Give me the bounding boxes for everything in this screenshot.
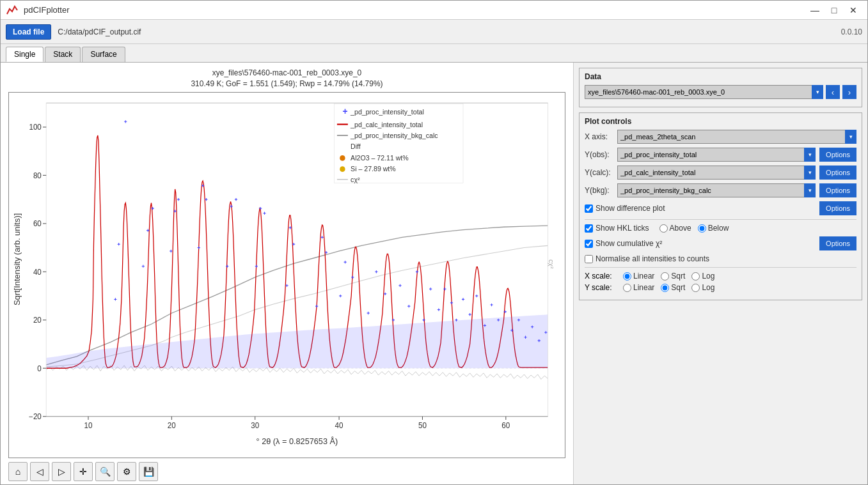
y-bkg-label: Y(bkg): bbox=[585, 186, 613, 195]
data-dropdown-wrapper[interactable]: xye_files\576460-mac-001_reb_0003.xye_0 … bbox=[585, 85, 823, 99]
show-chi2-row: Show cumulative χ² Options bbox=[585, 236, 856, 250]
y-obs-options-button[interactable]: Options bbox=[819, 148, 856, 162]
svg-text:Al2O3 – 72.11 wt%: Al2O3 – 72.11 wt% bbox=[351, 153, 409, 161]
svg-text:60: 60 bbox=[33, 219, 42, 227]
hkl-above-radio[interactable] bbox=[659, 224, 668, 233]
x-axis-row: X axis: _pd_meas_2theta_scan ▾ bbox=[585, 130, 856, 144]
svg-point-221 bbox=[340, 155, 345, 161]
x-axis-dropdown-wrapper[interactable]: _pd_meas_2theta_scan ▾ bbox=[617, 130, 856, 144]
svg-text:100: 100 bbox=[29, 123, 42, 131]
svg-text:° 2θ (λ = 0.8257653 Å): ° 2θ (λ = 0.8257653 Å) bbox=[256, 436, 338, 445]
back-tool-button[interactable]: ◁ bbox=[30, 462, 49, 481]
show-diff-label[interactable]: Show difference plot bbox=[585, 204, 665, 213]
diff-options-button[interactable]: Options bbox=[819, 201, 856, 215]
x-log-radio[interactable] bbox=[691, 272, 700, 281]
svg-text:_pd_calc_intensity_total: _pd_calc_intensity_total bbox=[350, 120, 423, 128]
data-prev-button[interactable]: ‹ bbox=[826, 85, 840, 99]
show-chi2-checkbox[interactable] bbox=[585, 240, 593, 248]
settings-tool-button[interactable]: ⚙ bbox=[117, 462, 136, 481]
show-diff-checkbox[interactable] bbox=[585, 204, 593, 213]
y-sqrt-label[interactable]: Sqrt bbox=[661, 283, 685, 292]
tab-single[interactable]: Single bbox=[6, 47, 43, 62]
app-title: pdCIFplotter bbox=[24, 5, 70, 15]
normalise-label[interactable]: Normalise all intensities to counts bbox=[585, 254, 709, 263]
separator-1 bbox=[585, 219, 856, 220]
svg-rect-0 bbox=[9, 93, 565, 458]
save-tool-button[interactable]: 💾 bbox=[139, 462, 158, 481]
zoom-tool-button[interactable]: 🔍 bbox=[95, 462, 114, 481]
x-sqrt-radio[interactable] bbox=[661, 272, 669, 281]
title-bar: pdCIFplotter — □ ✕ bbox=[1, 1, 867, 20]
y-log-radio[interactable] bbox=[691, 284, 700, 292]
y-scale-row: Y scale: Linear Sqrt Log bbox=[585, 283, 856, 292]
chi2-options-button[interactable]: Options bbox=[819, 236, 856, 250]
svg-text:20: 20 bbox=[33, 316, 42, 324]
data-select-row: xye_files\576460-mac-001_reb_0003.xye_0 … bbox=[585, 85, 856, 99]
title-bar-left: pdCIFplotter bbox=[6, 4, 70, 17]
normalise-row: Normalise all intensities to counts bbox=[585, 254, 856, 263]
x-scale-row: X scale: Linear Sqrt Log bbox=[585, 272, 856, 281]
svg-text:10: 10 bbox=[84, 421, 93, 429]
svg-text:20: 20 bbox=[168, 421, 176, 429]
hkl-below-radio[interactable] bbox=[698, 224, 706, 233]
maximize-button[interactable]: □ bbox=[825, 1, 843, 19]
minimize-button[interactable]: — bbox=[806, 1, 824, 19]
y-bkg-dropdown[interactable]: _pd_proc_intensity_bkg_calc bbox=[617, 183, 816, 197]
y-calc-row: Y(calc): _pd_calc_intensity_total ▾ Opti… bbox=[585, 166, 856, 180]
show-hkl-label[interactable]: Show HKL ticks bbox=[585, 224, 649, 233]
tab-bar: Single Stack Surface bbox=[1, 44, 867, 63]
show-diff-row: Show difference plot Options bbox=[585, 201, 856, 215]
y-obs-dropdown-wrapper[interactable]: _pd_proc_intensity_total ▾ bbox=[617, 148, 816, 162]
x-axis-dropdown[interactable]: _pd_meas_2theta_scan bbox=[617, 130, 856, 144]
x-linear-label[interactable]: Linear bbox=[623, 272, 654, 281]
svg-text:−20: −20 bbox=[29, 412, 42, 420]
y-calc-dropdown-wrapper[interactable]: _pd_calc_intensity_total ▾ bbox=[617, 166, 816, 180]
hkl-position-group: Above Below bbox=[659, 224, 729, 233]
plot-controls-group: Plot controls X axis: _pd_meas_2theta_sc… bbox=[579, 112, 862, 300]
chart-title-line1: xye_files\576460-mac-001_reb_0003.xye_0 bbox=[3, 68, 571, 79]
tab-surface[interactable]: Surface bbox=[82, 47, 125, 62]
svg-text:40: 40 bbox=[335, 421, 343, 429]
close-button[interactable]: ✕ bbox=[844, 1, 862, 19]
y-obs-label: Y(obs): bbox=[585, 150, 613, 159]
show-chi2-label[interactable]: Show cumulative χ² bbox=[585, 239, 662, 248]
x-scale-group: Linear Sqrt Log bbox=[623, 272, 714, 281]
right-panel: Data xye_files\576460-mac-001_reb_0003.x… bbox=[573, 63, 867, 485]
y-calc-options-button[interactable]: Options bbox=[819, 166, 856, 180]
hkl-below-label[interactable]: Below bbox=[698, 224, 729, 233]
chart-area: xye_files\576460-mac-001_reb_0003.xye_0 … bbox=[1, 63, 573, 485]
normalise-checkbox[interactable] bbox=[585, 255, 593, 263]
show-hkl-checkbox[interactable] bbox=[585, 224, 593, 233]
chart-svg: −20 0 20 40 60 80 100 bbox=[9, 93, 565, 458]
x-sqrt-label[interactable]: Sqrt bbox=[661, 272, 685, 281]
data-next-button[interactable]: › bbox=[842, 85, 856, 99]
y-calc-dropdown[interactable]: _pd_calc_intensity_total bbox=[617, 166, 816, 180]
x-linear-radio[interactable] bbox=[623, 272, 631, 281]
toolbar: Load file C:/data/pdCIF_output.cif 0.0.1… bbox=[1, 20, 867, 44]
y-linear-radio[interactable] bbox=[623, 284, 631, 292]
y-obs-dropdown[interactable]: _pd_proc_intensity_total bbox=[617, 148, 816, 162]
chart-container[interactable]: −20 0 20 40 60 80 100 bbox=[8, 92, 565, 458]
svg-text:cχ²: cχ² bbox=[351, 176, 360, 183]
data-dropdown[interactable]: xye_files\576460-mac-001_reb_0003.xye_0 bbox=[585, 85, 823, 99]
y-linear-label[interactable]: Linear bbox=[623, 283, 654, 292]
y-sqrt-radio[interactable] bbox=[661, 284, 669, 292]
svg-text:cχ²: cχ² bbox=[548, 259, 555, 269]
x-scale-label: X scale: bbox=[585, 272, 618, 281]
load-file-button[interactable]: Load file bbox=[6, 24, 51, 40]
window-controls: — □ ✕ bbox=[806, 1, 862, 19]
y-bkg-options-button[interactable]: Options bbox=[819, 183, 856, 197]
svg-text:Sqrt[Intensity (arb. units)]: Sqrt[Intensity (arb. units)] bbox=[12, 213, 22, 305]
y-calc-label: Y(calc): bbox=[585, 168, 613, 177]
pan-tool-button[interactable]: ✛ bbox=[74, 462, 93, 481]
tab-stack[interactable]: Stack bbox=[45, 47, 81, 62]
y-log-label[interactable]: Log bbox=[691, 283, 714, 292]
forward-tool-button[interactable]: ▷ bbox=[52, 462, 71, 481]
y-bkg-dropdown-wrapper[interactable]: _pd_proc_intensity_bkg_calc ▾ bbox=[617, 183, 816, 197]
home-tool-button[interactable]: ⌂ bbox=[8, 462, 28, 481]
separator-2 bbox=[585, 267, 856, 268]
x-log-label[interactable]: Log bbox=[691, 272, 714, 281]
svg-text:80: 80 bbox=[33, 171, 42, 179]
hkl-above-label[interactable]: Above bbox=[659, 224, 691, 233]
y-scale-group: Linear Sqrt Log bbox=[623, 283, 714, 292]
